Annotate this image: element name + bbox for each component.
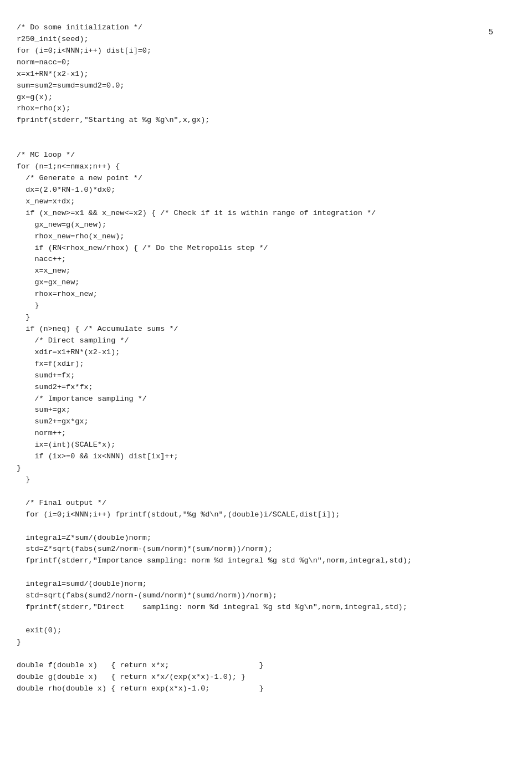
page-number: 5 [489, 27, 493, 39]
code-content: /* Do some initialization */ r250_init(s… [17, 22, 515, 694]
page-container: 5 /* Do some initialization */ r250_init… [17, 17, 515, 694]
